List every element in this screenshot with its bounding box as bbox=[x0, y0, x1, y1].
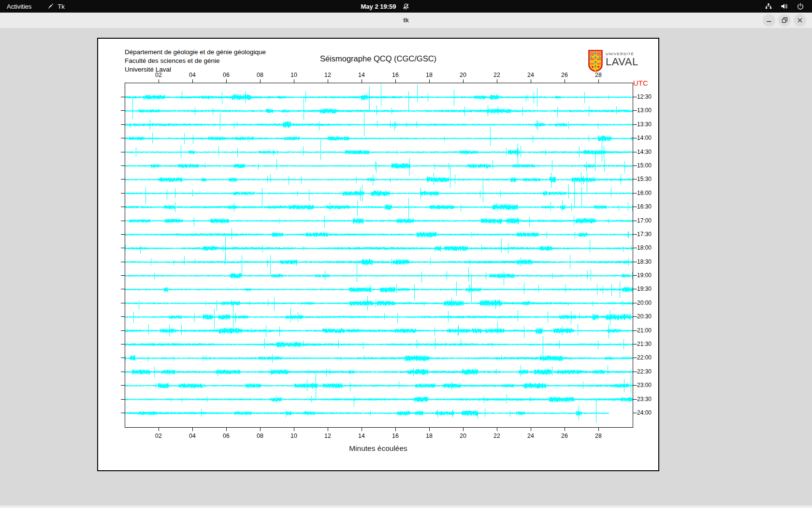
x-tick-label-top: 18 bbox=[423, 72, 435, 78]
utc-time-label: 13:30 bbox=[637, 121, 652, 128]
row-tick-right bbox=[633, 248, 637, 248]
row-tick-right bbox=[633, 413, 637, 413]
x-tick-bottom bbox=[463, 428, 464, 431]
row-tick-left bbox=[121, 179, 125, 179]
laval-shield-icon bbox=[588, 50, 603, 73]
utc-time-label: 22:00 bbox=[637, 354, 652, 361]
x-tick-label-bottom: 14 bbox=[355, 433, 368, 439]
x-tick-label-bottom: 20 bbox=[457, 433, 469, 439]
x-tick-top bbox=[395, 79, 396, 83]
clock-label: May 2 19:59 bbox=[361, 3, 396, 10]
row-tick-left bbox=[121, 303, 125, 303]
utc-time-label: 20:30 bbox=[637, 313, 652, 320]
app-menu[interactable]: Tk bbox=[47, 3, 64, 10]
close-button[interactable] bbox=[794, 14, 806, 27]
utc-time-label: 19:00 bbox=[637, 272, 652, 279]
row-tick-right bbox=[633, 262, 637, 262]
maximize-button[interactable] bbox=[778, 14, 791, 27]
x-tick-label-bottom: 02 bbox=[152, 433, 165, 439]
x-tick-top bbox=[159, 79, 159, 83]
close-icon bbox=[794, 14, 806, 27]
x-axis-title: Minutes écoulées bbox=[98, 444, 658, 453]
row-tick-left bbox=[121, 152, 125, 152]
utc-time-label: 23:30 bbox=[637, 396, 652, 403]
x-tick-bottom bbox=[294, 428, 294, 431]
utc-time-label: 21:00 bbox=[637, 327, 652, 334]
x-tick-label-top: 24 bbox=[524, 72, 537, 78]
row-tick-right bbox=[633, 330, 637, 331]
x-tick-label-top: 26 bbox=[558, 72, 571, 78]
utc-time-label: 23:00 bbox=[637, 382, 652, 388]
x-tick-bottom bbox=[598, 428, 599, 431]
row-tick-left bbox=[121, 330, 125, 331]
row-tick-right bbox=[633, 179, 637, 179]
desktop-screen: { "top_bar": { "activities_label": "Acti… bbox=[0, 0, 812, 508]
row-tick-right bbox=[633, 97, 637, 97]
utc-axis-label: UTC bbox=[633, 79, 648, 87]
row-tick-right bbox=[633, 152, 637, 152]
row-tick-right bbox=[633, 221, 637, 221]
minimize-icon bbox=[763, 14, 775, 27]
x-tick-bottom bbox=[260, 428, 261, 431]
x-tick-top bbox=[565, 79, 565, 83]
row-tick-left bbox=[121, 344, 125, 344]
row-tick-left bbox=[121, 193, 125, 194]
x-tick-bottom bbox=[159, 428, 159, 431]
x-tick-label-bottom: 18 bbox=[423, 433, 435, 439]
row-tick-right bbox=[633, 399, 637, 400]
row-tick-left bbox=[121, 165, 125, 166]
row-tick-right bbox=[633, 234, 637, 235]
x-tick-top bbox=[328, 79, 328, 83]
x-tick-label-bottom: 24 bbox=[524, 433, 537, 439]
utc-time-label: 16:30 bbox=[637, 203, 652, 210]
x-tick-top bbox=[226, 79, 227, 83]
power-icon bbox=[797, 2, 804, 10]
seismograph-canvas: Département de géologie et de génie géol… bbox=[97, 38, 659, 471]
plot-title: Séismographe QCQ (CGC/GSC) bbox=[98, 54, 658, 63]
system-status-area[interactable] bbox=[765, 0, 812, 13]
window-bottom-edge bbox=[0, 506, 812, 508]
row-tick-right bbox=[633, 289, 637, 289]
x-tick-label-top: 16 bbox=[389, 72, 402, 78]
x-tick-top bbox=[260, 79, 261, 83]
row-tick-left bbox=[121, 138, 125, 138]
utc-time-label: 18:00 bbox=[637, 244, 652, 251]
x-tick-bottom bbox=[328, 428, 328, 431]
x-tick-top bbox=[463, 79, 464, 83]
row-tick-left bbox=[121, 316, 125, 317]
row-tick-left bbox=[121, 110, 125, 111]
row-tick-right bbox=[633, 193, 637, 194]
row-tick-left bbox=[121, 399, 125, 400]
minimize-button[interactable] bbox=[763, 14, 775, 27]
window-title-bar[interactable]: tk bbox=[0, 13, 812, 29]
x-tick-bottom bbox=[226, 428, 227, 431]
x-tick-label-top: 10 bbox=[288, 72, 300, 78]
clock-menu[interactable]: May 2 19:59 bbox=[361, 0, 410, 13]
utc-time-label: 17:00 bbox=[637, 217, 652, 224]
x-tick-label-top: 12 bbox=[321, 72, 334, 78]
laval-wordmark: UNIVERSITÉ LAVAL bbox=[606, 50, 638, 67]
row-tick-left bbox=[121, 207, 125, 207]
row-tick-left bbox=[121, 262, 125, 262]
row-tick-left bbox=[121, 275, 125, 276]
x-tick-top bbox=[497, 79, 497, 83]
utc-time-label: 21:30 bbox=[637, 341, 652, 347]
utc-time-label: 19:30 bbox=[637, 285, 652, 292]
x-tick-bottom bbox=[497, 428, 497, 431]
row-tick-left bbox=[121, 248, 125, 248]
row-tick-right bbox=[633, 138, 637, 138]
row-tick-left bbox=[121, 124, 125, 125]
plot-area bbox=[125, 83, 633, 428]
row-tick-right bbox=[633, 275, 637, 276]
seismic-traces bbox=[125, 83, 633, 427]
row-tick-right bbox=[633, 358, 637, 358]
x-tick-bottom bbox=[192, 428, 193, 431]
row-tick-right bbox=[633, 385, 637, 386]
x-tick-top bbox=[429, 79, 430, 83]
activities-button[interactable]: Activities bbox=[0, 0, 38, 13]
row-tick-left bbox=[121, 221, 125, 221]
x-tick-top bbox=[362, 79, 362, 83]
x-tick-bottom bbox=[362, 428, 362, 431]
row-tick-left bbox=[121, 97, 125, 97]
x-tick-label-bottom: 22 bbox=[491, 433, 503, 439]
